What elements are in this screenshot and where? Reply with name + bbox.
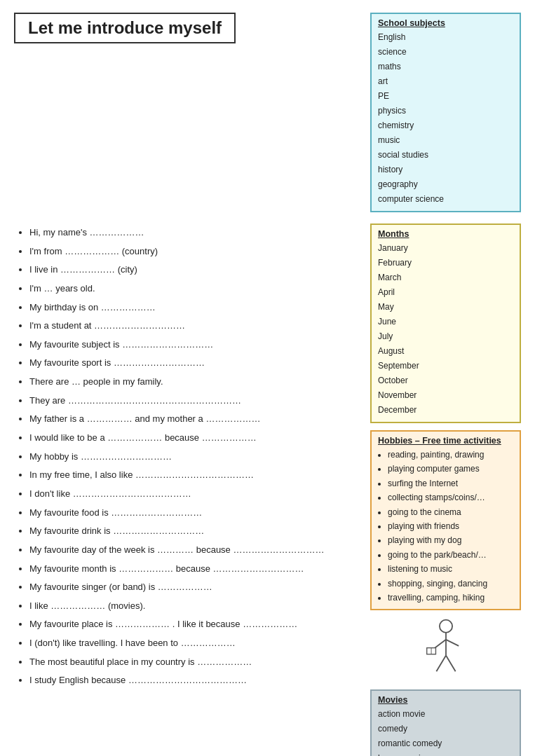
list-item: I (don't) like travelling. I have been t… [29, 634, 362, 653]
list-item: My favourite food is ………………………… [29, 504, 362, 523]
movies-title: Movies [378, 695, 513, 705]
list-item: There are … people in my family. [29, 373, 362, 392]
school-subjects-list: EnglishsciencemathsartPEphysicschemistry… [378, 30, 513, 207]
list-item: My favourite month is ……………… because ………… [29, 560, 362, 579]
list-item: going to the cinema [388, 505, 513, 519]
list-item: My favourite drink is ………………………… [29, 522, 362, 541]
list-item: They are ………………………………………………… [29, 392, 362, 411]
months-title: Months [378, 229, 513, 239]
movies-list: action moviecomedyromantic comedyhorror … [378, 707, 513, 756]
list-item: shopping, singing, dancing [388, 577, 513, 591]
list-item: travelling, camping, hiking [388, 591, 513, 605]
list-item: I'm from ……………… (country) [29, 242, 362, 261]
page-title: Let me introduce myself [14, 13, 236, 43]
list-item: going to the park/beach/… [388, 548, 513, 562]
list-item: listening to music [388, 562, 513, 576]
list-item: I like ……………… (movies). [29, 597, 362, 616]
list-item: My favourite day of the week is ………… bec… [29, 541, 362, 560]
list-item: My father is a …………… and my mother a ………… [29, 410, 362, 429]
right-column: Months JanuaryFebruaryMarchAprilMayJuneJ… [370, 224, 521, 756]
list-item: collecting stamps/coins/… [388, 490, 513, 504]
list-item: My hobby is ………………………… [29, 448, 362, 467]
list-item: My favourite sport is ………………………… [29, 354, 362, 373]
school-subjects-title: School subjects [378, 18, 513, 28]
svg-line-4 [436, 656, 446, 672]
top-right-panel: School subjects EnglishsciencemathsartPE… [370, 13, 521, 219]
svg-point-0 [439, 620, 452, 633]
list-item: I'm a student at ………………………… [29, 317, 362, 336]
movies-box: Movies action moviecomedyromantic comedy… [370, 689, 521, 756]
list-item: I study English because ………………………………… [29, 671, 362, 690]
list-item: I live in ……………… (city) [29, 261, 362, 280]
list-item: The most beautiful place in my country i… [29, 653, 362, 672]
list-item: playing with friends [388, 519, 513, 533]
list-item: surfing the Internet [388, 476, 513, 490]
months-box: Months JanuaryFebruaryMarchAprilMayJuneJ… [370, 224, 521, 423]
stick-figure-svg [418, 617, 474, 687]
list-item: reading, painting, drawing [388, 448, 513, 462]
hobbies-title: Hobbies – Free time activities [378, 436, 513, 446]
list-item: I would like to be a ……………… because …………… [29, 429, 362, 448]
list-item: My favourite singer (or band) is ……………… [29, 578, 362, 597]
left-column: Hi, my name's ……………… I'm from ……………… (co… [14, 224, 362, 756]
sentence-list: Hi, my name's ……………… I'm from ……………… (co… [14, 224, 362, 690]
list-item: I'm … years old. [29, 280, 362, 298]
list-item: playing with my dog [388, 533, 513, 547]
list-item: In my free time, I also like ……………………………… [29, 466, 362, 485]
hobbies-list: reading, painting, drawing playing compu… [378, 448, 513, 605]
list-item: My birthday is on ……………… [29, 298, 362, 317]
svg-line-5 [446, 656, 456, 672]
list-item: I don't like ………………………………… [29, 485, 362, 504]
hobbies-box: Hobbies – Free time activities reading, … [370, 430, 521, 610]
list-item: My favourite subject is ………………………… [29, 336, 362, 355]
list-item: Hi, my name's ……………… [29, 224, 362, 242]
list-item: My favourite place is ……………… . I like it… [29, 615, 362, 634]
svg-line-3 [446, 640, 459, 646]
main-layout: Hi, my name's ……………… I'm from ……………… (co… [14, 224, 521, 756]
stick-figure-area [370, 617, 521, 689]
list-item: playing computer games [388, 462, 513, 476]
months-list: JanuaryFebruaryMarchAprilMayJuneJulyAugu… [378, 241, 513, 418]
school-subjects-box: School subjects EnglishsciencemathsartPE… [370, 13, 521, 212]
